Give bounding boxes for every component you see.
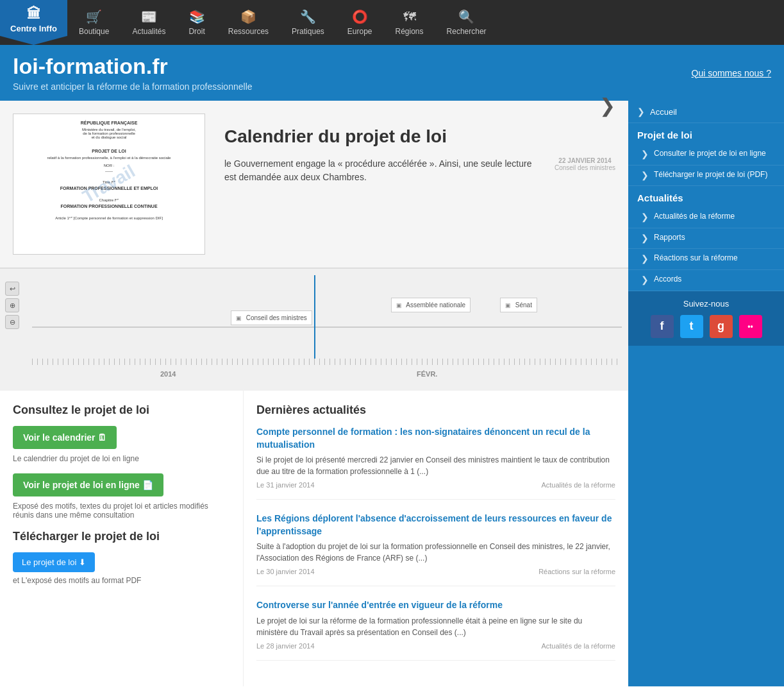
doc-separator: —— [20, 169, 198, 173]
news-meta-1: Le 31 janvier 2014 Actualités de la réfo… [256, 481, 615, 489]
facebook-icon[interactable]: f [651, 315, 674, 338]
doc-titre-label: FORMATION PROFESSIONNELLE ET EMPLOI [20, 186, 198, 191]
consult-heading: Consultez le projet de loi [13, 403, 230, 417]
news-category-1: Actualités de la réforme [541, 481, 615, 489]
qui-sommes-link[interactable]: Qui sommes nous ? [692, 68, 772, 78]
site-header: loi-formation.fr Suivre et anticiper la … [0, 45, 784, 101]
news-column: Dernières actualités Compte personnel de… [244, 391, 628, 686]
download-desc: et L'exposé des motifs au format PDF [13, 576, 230, 585]
hero-info: Calendrier du projet de loi ❯ le Gouvern… [224, 114, 615, 184]
hero-date-sub: Conseil des ministres [555, 164, 615, 171]
left-column: Consultez le projet de loi Voir le calen… [0, 391, 244, 686]
search-icon: 🔍 [458, 9, 474, 24]
calendrier-desc: Le calendrier du projet de loi en ligne [13, 454, 230, 463]
news-item: Controverse sur l'année d'entrée en vigu… [256, 599, 615, 661]
news-link-1[interactable]: Compte personnel de formation : les non-… [256, 426, 615, 451]
top-navigation: 🏛 Centre Inffo 🛒 Boutique 📰 Actualités 📚… [0, 0, 784, 45]
timeline-event-senat[interactable]: Sénat [500, 298, 537, 312]
site-title: loi-formation.fr [13, 54, 253, 79]
doc-subtitle: relatif à la formation professionnelle, … [20, 156, 198, 160]
nav-items: 🛒 Boutique 📰 Actualités 📚 Droit 📦 Ressou… [67, 0, 784, 45]
news-text-2: Suite à l'adoption du projet de loi sur … [256, 541, 615, 564]
sidebar-actualites-label: Actualités de la réforme [654, 211, 735, 222]
social-section: Suivez-nous f t g •• [628, 291, 784, 346]
europe-icon: ⭕ [352, 9, 368, 24]
hero-section: RÉPUBLIQUE FRANÇAISE Ministère du travai… [0, 101, 628, 269]
sidebar-rapports-label: Rapports [654, 232, 685, 243]
nav-europe[interactable]: ⭕ Europe [336, 0, 384, 45]
news-link-3[interactable]: Controverse sur l'année d'entrée en vigu… [256, 599, 615, 612]
nav-rechercher[interactable]: 🔍 Rechercher [435, 0, 498, 45]
chevron-icon: ❯ [641, 232, 649, 245]
voir-calendrier-button[interactable]: Voir le calendrier 🗓 [13, 426, 117, 449]
next-arrow[interactable]: ❯ [599, 94, 615, 117]
news-category-2: Réactions sur la réforme [538, 568, 615, 575]
news-category-3: Actualités de la réforme [541, 642, 615, 650]
chevron-icon: ❯ [637, 106, 645, 117]
sidebar-telecharger[interactable]: ❯ Télécharger le projet de loi (PDF) [628, 165, 784, 187]
main-container: RÉPUBLIQUE FRANÇAISE Ministère du travai… [0, 101, 784, 686]
timeline-event-assemblee[interactable]: Assemblée nationale [391, 298, 471, 312]
hero-text: le Gouvernement engage la « procédure ac… [224, 157, 542, 184]
sidebar-actualites-reforme[interactable]: ❯ Actualités de la réforme [628, 207, 784, 228]
hero-date-block: 22 JANVIER 2014 Conseil des ministres [555, 157, 615, 171]
nav-actualites[interactable]: 📰 Actualités [121, 0, 177, 45]
doc-project-title: PROJET DE LOI [20, 149, 198, 153]
logo[interactable]: 🏛 Centre Inffo [0, 0, 67, 45]
sidebar-accueil-label: Accueil [650, 107, 677, 117]
timeline-cursor [314, 275, 315, 359]
news-heading: Dernières actualités [256, 403, 615, 417]
document-preview[interactable]: RÉPUBLIQUE FRANÇAISE Ministère du travai… [13, 114, 205, 255]
doc-chapitre-label: FORMATION PROFESSIONNELLE CONTINUE [20, 204, 198, 208]
timeline-ruler [32, 359, 622, 365]
sidebar-actualites-title: Actualités [628, 186, 784, 207]
timeline-event-conseil[interactable]: Conseil des ministres [231, 310, 312, 325]
box-icon: 📦 [240, 9, 256, 24]
doc-article: Article 1ᵉʳ [Compte personnel de formati… [20, 216, 198, 220]
nav-pratiques[interactable]: 🔧 Pratiques [280, 0, 336, 45]
timeline-zoom-out[interactable]: ⊖ [5, 315, 19, 329]
nav-regions[interactable]: 🗺 Régions [384, 0, 435, 45]
site-header-left: loi-formation.fr Suivre et anticiper la … [13, 54, 253, 92]
sidebar-consulter[interactable]: ❯ Consulter le projet de loi en ligne [628, 144, 784, 165]
main-content: RÉPUBLIQUE FRANÇAISE Ministère du travai… [0, 101, 628, 686]
hero-title: Calendrier du projet de loi [224, 126, 447, 147]
sidebar-accords[interactable]: ❯ Accords [628, 270, 784, 291]
timeline-year-label: 2014 [160, 370, 176, 378]
flickr-icon[interactable]: •• [739, 315, 762, 338]
doc-republic: RÉPUBLIQUE FRANÇAISE [20, 121, 198, 125]
twitter-icon[interactable]: t [680, 315, 703, 338]
sidebar-reactions[interactable]: ❯ Réactions sur la réforme [628, 249, 784, 270]
news-date-1: Le 31 janvier 2014 [256, 481, 315, 489]
doc-nor: NOR : [20, 164, 198, 167]
sidebar-rapports[interactable]: ❯ Rapports [628, 228, 784, 250]
cart-icon: 🛒 [86, 9, 102, 24]
nav-ressources[interactable]: 📦 Ressources [217, 0, 280, 45]
sidebar-item-accueil[interactable]: ❯ Accueil [628, 101, 784, 123]
sidebar-consulter-label: Consulter le projet de loi en ligne [654, 148, 766, 159]
doc-titre: Titre Iᵉʳ [20, 180, 198, 184]
news-icon: 📰 [141, 9, 157, 24]
googleplus-icon[interactable]: g [710, 315, 733, 338]
chevron-icon: ❯ [641, 148, 649, 161]
timeline-section: ↩ ⊕ ⊖ Conseil des ministres Assemblée na… [0, 269, 628, 391]
nav-boutique[interactable]: 🛒 Boutique [67, 0, 121, 45]
sidebar-reactions-label: Réactions sur la réforme [654, 253, 738, 264]
chevron-icon: ❯ [641, 253, 649, 266]
news-link-2[interactable]: Les Régions déplorent l'absence d'accroi… [256, 513, 615, 538]
tools-icon: 🔧 [300, 9, 316, 24]
timeline-controls: ↩ ⊕ ⊖ [5, 282, 19, 329]
news-text-1: Si le projet de loi présenté mercredi 22… [256, 454, 615, 477]
logo-icon: 🏛 [27, 6, 41, 22]
book-icon: 📚 [189, 9, 205, 24]
voir-projet-button[interactable]: Voir le projet de loi en ligne 📄 [13, 473, 163, 496]
logo-label: Centre Inffo [10, 24, 57, 33]
news-date-2: Le 30 janvier 2014 [256, 568, 315, 575]
download-button[interactable]: Le projet de loi ⬇ [13, 552, 95, 572]
site-subtitle: Suivre et anticiper la réforme de la for… [13, 81, 253, 92]
timeline-zoom-in[interactable]: ⊕ [5, 298, 19, 312]
map-icon: 🗺 [403, 10, 416, 24]
nav-droit[interactable]: 📚 Droit [177, 0, 216, 45]
timeline-pan-left[interactable]: ↩ [5, 282, 19, 296]
sidebar-accords-label: Accords [654, 274, 681, 285]
